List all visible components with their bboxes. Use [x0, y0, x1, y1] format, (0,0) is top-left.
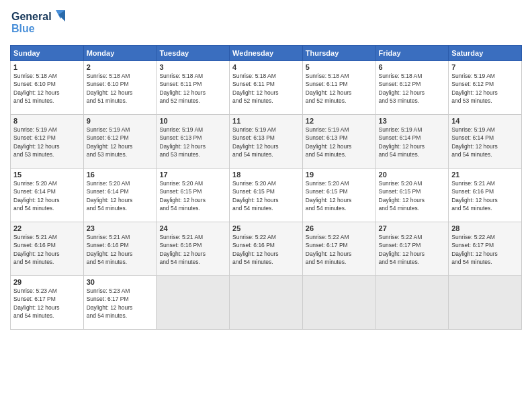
day-detail: Sunrise: 5:21 AMSunset: 6:16 PMDaylight:…	[451, 180, 498, 212]
calendar-cell: 1 Sunrise: 5:18 AMSunset: 6:10 PMDayligh…	[11, 61, 84, 115]
calendar-cell: 24 Sunrise: 5:21 AMSunset: 6:16 PMDaylig…	[157, 222, 230, 276]
calendar-cell: 5 Sunrise: 5:18 AMSunset: 6:11 PMDayligh…	[302, 61, 375, 115]
day-detail: Sunrise: 5:21 AMSunset: 6:16 PMDaylight:…	[13, 234, 60, 265]
day-detail: Sunrise: 5:18 AMSunset: 6:10 PMDaylight:…	[87, 73, 133, 104]
day-detail: Sunrise: 5:19 AMSunset: 6:13 PMDaylight:…	[159, 126, 206, 158]
day-number: 12	[306, 117, 373, 125]
day-detail: Sunrise: 5:22 AMSunset: 6:17 PMDaylight:…	[451, 234, 498, 265]
calendar-cell: 17 Sunrise: 5:20 AMSunset: 6:15 PMDaylig…	[157, 169, 230, 222]
day-detail: Sunrise: 5:18 AMSunset: 6:10 PMDaylight:…	[13, 73, 60, 104]
calendar-cell: 10 Sunrise: 5:19 AMSunset: 6:13 PMDaylig…	[157, 115, 230, 169]
calendar-header-wednesday: Wednesday	[230, 46, 303, 61]
day-detail: Sunrise: 5:21 AMSunset: 6:16 PMDaylight:…	[87, 234, 133, 265]
calendar-cell	[449, 276, 522, 330]
calendar-cell: 7 Sunrise: 5:19 AMSunset: 6:12 PMDayligh…	[449, 61, 522, 115]
calendar-cell: 14 Sunrise: 5:19 AMSunset: 6:14 PMDaylig…	[449, 115, 522, 169]
calendar-body: 1 Sunrise: 5:18 AMSunset: 6:10 PMDayligh…	[11, 61, 522, 330]
calendar-week-3: 15 Sunrise: 5:20 AMSunset: 6:14 PMDaylig…	[11, 169, 522, 222]
calendar-cell: 4 Sunrise: 5:18 AMSunset: 6:11 PMDayligh…	[230, 61, 303, 115]
header: General Blue	[10, 7, 522, 40]
day-number: 3	[159, 63, 226, 71]
calendar-cell: 22 Sunrise: 5:21 AMSunset: 6:16 PMDaylig…	[11, 222, 84, 276]
calendar-week-1: 1 Sunrise: 5:18 AMSunset: 6:10 PMDayligh…	[11, 61, 522, 115]
day-detail: Sunrise: 5:20 AMSunset: 6:15 PMDaylight:…	[159, 180, 206, 212]
logo: General Blue	[10, 7, 67, 40]
calendar-cell: 16 Sunrise: 5:20 AMSunset: 6:14 PMDaylig…	[83, 169, 157, 222]
day-number: 6	[379, 63, 446, 71]
day-detail: Sunrise: 5:18 AMSunset: 6:11 PMDaylight:…	[232, 73, 279, 104]
day-number: 10	[159, 117, 226, 125]
day-detail: Sunrise: 5:18 AMSunset: 6:11 PMDaylight:…	[159, 73, 206, 104]
calendar-cell: 8 Sunrise: 5:19 AMSunset: 6:12 PMDayligh…	[11, 115, 84, 169]
calendar-cell	[230, 276, 303, 330]
day-number: 22	[13, 224, 81, 232]
calendar-cell: 25 Sunrise: 5:22 AMSunset: 6:16 PMDaylig…	[230, 222, 303, 276]
svg-text:Blue: Blue	[11, 23, 35, 34]
day-number: 15	[13, 171, 81, 179]
day-number: 20	[379, 171, 446, 179]
day-detail: Sunrise: 5:19 AMSunset: 6:12 PMDaylight:…	[87, 126, 133, 158]
day-number: 21	[451, 171, 519, 179]
calendar-header-tuesday: Tuesday	[157, 46, 230, 61]
calendar-cell: 6 Sunrise: 5:18 AMSunset: 6:12 PMDayligh…	[375, 61, 449, 115]
calendar-cell: 20 Sunrise: 5:20 AMSunset: 6:15 PMDaylig…	[375, 169, 449, 222]
day-detail: Sunrise: 5:22 AMSunset: 6:17 PMDaylight:…	[306, 234, 352, 265]
day-detail: Sunrise: 5:22 AMSunset: 6:17 PMDaylight:…	[379, 234, 425, 265]
day-number: 19	[306, 171, 373, 179]
calendar-table: SundayMondayTuesdayWednesdayThursdayFrid…	[10, 45, 522, 330]
calendar-cell: 30 Sunrise: 5:23 AMSunset: 6:17 PMDaylig…	[83, 276, 157, 330]
day-detail: Sunrise: 5:23 AMSunset: 6:17 PMDaylight:…	[87, 287, 133, 319]
calendar-week-5: 29 Sunrise: 5:23 AMSunset: 6:17 PMDaylig…	[11, 276, 522, 330]
calendar-cell: 3 Sunrise: 5:18 AMSunset: 6:11 PMDayligh…	[157, 61, 230, 115]
day-detail: Sunrise: 5:19 AMSunset: 6:13 PMDaylight:…	[232, 126, 279, 158]
calendar-cell: 27 Sunrise: 5:22 AMSunset: 6:17 PMDaylig…	[375, 222, 449, 276]
svg-text:General: General	[11, 11, 52, 22]
day-number: 5	[306, 63, 373, 71]
day-number: 18	[232, 171, 300, 179]
day-detail: Sunrise: 5:19 AMSunset: 6:14 PMDaylight:…	[379, 126, 425, 158]
day-detail: Sunrise: 5:19 AMSunset: 6:14 PMDaylight:…	[451, 126, 498, 158]
calendar-header-saturday: Saturday	[449, 46, 522, 61]
day-number: 13	[379, 117, 446, 125]
day-detail: Sunrise: 5:20 AMSunset: 6:15 PMDaylight:…	[379, 180, 425, 212]
day-number: 2	[87, 63, 154, 71]
day-detail: Sunrise: 5:22 AMSunset: 6:16 PMDaylight:…	[232, 234, 279, 265]
calendar-cell	[302, 276, 375, 330]
day-number: 26	[306, 224, 373, 232]
calendar-cell: 19 Sunrise: 5:20 AMSunset: 6:15 PMDaylig…	[302, 169, 375, 222]
calendar-cell: 12 Sunrise: 5:19 AMSunset: 6:13 PMDaylig…	[302, 115, 375, 169]
day-detail: Sunrise: 5:19 AMSunset: 6:12 PMDaylight:…	[451, 73, 498, 104]
day-detail: Sunrise: 5:18 AMSunset: 6:11 PMDaylight:…	[306, 73, 352, 104]
day-number: 4	[232, 63, 300, 71]
calendar-cell: 21 Sunrise: 5:21 AMSunset: 6:16 PMDaylig…	[449, 169, 522, 222]
calendar-cell: 18 Sunrise: 5:20 AMSunset: 6:15 PMDaylig…	[230, 169, 303, 222]
day-detail: Sunrise: 5:19 AMSunset: 6:12 PMDaylight:…	[13, 126, 60, 158]
day-detail: Sunrise: 5:23 AMSunset: 6:17 PMDaylight:…	[13, 287, 60, 319]
calendar-cell	[157, 276, 230, 330]
calendar-cell: 29 Sunrise: 5:23 AMSunset: 6:17 PMDaylig…	[11, 276, 84, 330]
day-detail: Sunrise: 5:18 AMSunset: 6:12 PMDaylight:…	[379, 73, 425, 104]
day-number: 8	[13, 117, 81, 125]
calendar-cell: 28 Sunrise: 5:22 AMSunset: 6:17 PMDaylig…	[449, 222, 522, 276]
calendar-cell: 2 Sunrise: 5:18 AMSunset: 6:10 PMDayligh…	[83, 61, 157, 115]
day-number: 16	[87, 171, 154, 179]
calendar-header-friday: Friday	[375, 46, 449, 61]
calendar-week-4: 22 Sunrise: 5:21 AMSunset: 6:16 PMDaylig…	[11, 222, 522, 276]
day-detail: Sunrise: 5:20 AMSunset: 6:14 PMDaylight:…	[13, 180, 60, 212]
day-number: 29	[13, 278, 81, 286]
day-number: 9	[87, 117, 154, 125]
calendar-cell: 13 Sunrise: 5:19 AMSunset: 6:14 PMDaylig…	[375, 115, 449, 169]
day-number: 24	[159, 224, 226, 232]
calendar-header-row: SundayMondayTuesdayWednesdayThursdayFrid…	[11, 46, 522, 61]
day-number: 25	[232, 224, 300, 232]
day-number: 23	[87, 224, 154, 232]
day-number: 11	[232, 117, 300, 125]
calendar-header-thursday: Thursday	[302, 46, 375, 61]
calendar-header-sunday: Sunday	[11, 46, 84, 61]
page: General Blue SundayMondayTuesdayWednesda…	[0, 0, 532, 411]
calendar-cell: 23 Sunrise: 5:21 AMSunset: 6:16 PMDaylig…	[83, 222, 157, 276]
day-number: 7	[451, 63, 519, 71]
calendar-header-monday: Monday	[83, 46, 157, 61]
calendar-week-2: 8 Sunrise: 5:19 AMSunset: 6:12 PMDayligh…	[11, 115, 522, 169]
day-number: 30	[87, 278, 154, 286]
